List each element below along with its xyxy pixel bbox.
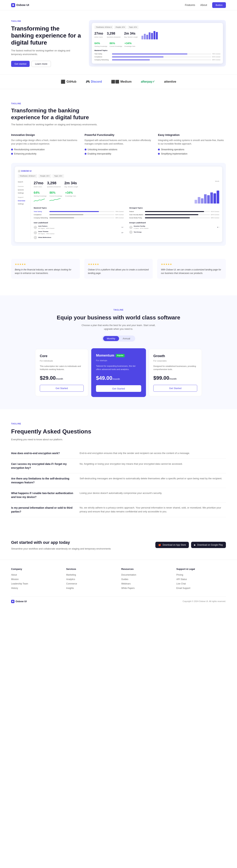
sidebar-overview[interactable]: Overview — [18, 199, 29, 203]
footer-mission[interactable]: Mission — [11, 578, 61, 581]
logo-icon — [11, 3, 15, 7]
faq-item-1[interactable]: How does end-to-end encryption work? End… — [11, 448, 226, 459]
features-tagline: TAGLINE — [11, 102, 226, 105]
feature-2-desc: Equipped with advanced features and tool… — [85, 138, 153, 146]
footer-bottom: Oxbow UI Copyright © 2024 Oxbow UI. All … — [11, 596, 226, 603]
bd-stat-2: 3,298 Questions Answered — [47, 180, 60, 188]
bd-knowledge-1: 64% Starting Knowledge — [34, 191, 47, 202]
features-title: Transforming the banking experience for … — [11, 107, 104, 121]
footer-api-status[interactable]: API Status — [177, 578, 226, 581]
footer-insights[interactable]: Insights — [66, 587, 116, 590]
cta-section: Get started with our app today Streamlin… — [0, 530, 237, 560]
stat-users: 27mo Active Users — [95, 31, 103, 38]
faq-a-5: No, we strictly adhere to a privacy-cent… — [80, 506, 226, 514]
big-dash-logo: ⬜ OXBOW UI — [18, 169, 219, 173]
pricing-momentum-title: Momentum — [96, 353, 114, 358]
testimonial-1-text: Being in the financial industry, we were… — [15, 268, 76, 275]
bd-stat-1: 27mo Active Users — [34, 180, 43, 188]
pricing-core-cta[interactable]: Get Started — [40, 385, 84, 392]
pricing-core-price: $29.00/month — [40, 374, 84, 382]
pricing-growth-cta[interactable]: Get Started — [153, 385, 197, 392]
testimonial-3-text: With Oxbow UI, we can create a customize… — [161, 268, 222, 275]
bd-monthly-label: Month — [215, 180, 219, 182]
sidebar-search[interactable]: Search — [18, 180, 29, 184]
footer-about[interactable]: About — [11, 573, 61, 577]
filter-timeframe[interactable]: Timeframe: All-time ▾ — [95, 26, 113, 29]
pricing-growth-for: For corporates — [153, 359, 197, 363]
cta-title: Get started with our app today — [11, 539, 115, 546]
filter-people[interactable]: People: All ▾ — [114, 26, 127, 29]
footer-marketing[interactable]: Marketing — [66, 573, 116, 577]
hero-subtitle: The fastest method for working together … — [11, 49, 81, 57]
hero-chart — [141, 31, 220, 39]
nav-cta-button[interactable]: Button — [212, 2, 226, 8]
pricing-core-for: For individuals — [40, 359, 84, 363]
app-store-button[interactable]: 🍎 Download on App Store — [155, 542, 189, 548]
footer-pricing[interactable]: Pricing — [177, 573, 226, 577]
pricing-momentum-cta[interactable]: Get Started — [96, 385, 141, 392]
knowledge-gain: +34% Knowledge Gain — [125, 41, 135, 48]
hero-left: TAGLINE Transforming the banking experie… — [11, 20, 81, 67]
pricing-toggle: Monthly Annual — [102, 336, 135, 342]
pricing-momentum: Momentum Popular For startups Tailored f… — [91, 348, 146, 397]
big-filter-2[interactable]: People: All ▾ — [38, 174, 51, 178]
navbar: Oxbow UI Features About Button — [0, 0, 237, 10]
footer-col-support: Support & Legal Pricing API Status Live … — [177, 567, 226, 591]
features-grid: Innovative Design Our cutting-edge desig… — [11, 133, 226, 155]
pricing-tagline: TAGLINE — [11, 308, 226, 311]
google-play-text: Download on Google Play — [197, 544, 223, 546]
pricing-growth-desc: Designed for established businesses, pro… — [153, 365, 197, 371]
feature-1-item-2: Enhancing productivity — [11, 152, 79, 155]
faq-item-3[interactable]: Are there any limitations to the self-de… — [11, 473, 226, 488]
footer-leadership[interactable]: Leadership Team — [11, 582, 61, 585]
hero-tagline: TAGLINE — [11, 20, 81, 23]
footer-email[interactable]: Email Support — [177, 587, 226, 590]
faq-a-2: No, forgetting or losing your encryption… — [80, 462, 226, 470]
feature-1-desc: Our cutting-edge design offers a fresh, … — [11, 138, 79, 146]
feature-3-item-1: Streamlining operations — [158, 148, 226, 151]
footer-livechat[interactable]: Live Chat — [177, 582, 226, 585]
footer-whitepapers[interactable]: White Papers — [121, 587, 171, 590]
pricing-momentum-for: For startups — [96, 359, 141, 362]
footer-col-services: Services Marketing Analytics Commerce In… — [66, 567, 116, 591]
pricing-title: Equip your business with world class sof… — [11, 313, 226, 321]
google-play-button[interactable]: ▶ Download on Google Play — [191, 542, 226, 548]
hero-section: TAGLINE Transforming the banking experie… — [0, 10, 237, 74]
hero-right: Timeframe: All-time ▾ People: All ▾ Topi… — [89, 20, 226, 66]
footer-guides[interactable]: Guides — [121, 578, 171, 581]
big-filter-1[interactable]: Timeframe: All-time ▾ — [18, 174, 37, 178]
nav-logo[interactable]: Oxbow UI — [11, 3, 29, 7]
filter-topic[interactable]: Topic: All ▾ — [128, 26, 138, 29]
toggle-monthly[interactable]: Monthly — [103, 336, 119, 341]
stars-1: ★★★★★ — [15, 262, 76, 266]
features-subtitle: The fastest method for working together … — [11, 123, 226, 126]
bd-bar-chart — [194, 191, 219, 204]
big-filter-3[interactable]: Topic: All ▾ — [52, 174, 64, 178]
big-dash-inner: ⬜ OXBOW UI Timeframe: All-time ▾ People:… — [15, 166, 222, 242]
pricing-momentum-header: Momentum Popular — [96, 353, 141, 358]
footer-logo: Oxbow UI — [11, 600, 27, 603]
bullet-icon-6 — [158, 153, 160, 155]
footer: Company About Mission Leadership Team Hi… — [0, 560, 237, 607]
hero-get-started[interactable]: Get started — [11, 61, 30, 67]
hero-learn-more[interactable]: Learn more — [31, 61, 51, 67]
faq-item-2[interactable]: Can I access my encrypted data if I forg… — [11, 459, 226, 473]
footer-analytics[interactable]: Analytics — [66, 578, 116, 581]
sidebar-settings[interactable]: Settings — [18, 191, 29, 195]
footer-commerce[interactable]: Commerce — [66, 582, 116, 585]
sidebar-quizzes[interactable]: Quizzes — [18, 188, 29, 192]
bullet-icon-3 — [85, 149, 86, 151]
pricing-subtitle: Choose a plan that works the best for yo… — [80, 323, 157, 331]
sidebar-settings-2[interactable]: Settings — [18, 203, 29, 206]
footer-history[interactable]: History — [11, 587, 61, 590]
toggle-annual[interactable]: Annual — [119, 336, 134, 341]
testimonial-3: ★★★★★ With Oxbow UI, we can create a cus… — [157, 259, 226, 279]
big-dash-content: 27mo Active Users 3,298 Questions Answer… — [34, 180, 219, 239]
footer-webinars[interactable]: Webinars — [121, 582, 171, 585]
nav-about[interactable]: About — [200, 3, 207, 7]
nav-features[interactable]: Features — [185, 3, 195, 7]
faq-item-4[interactable]: What happens if I enable two-factor auth… — [11, 488, 226, 503]
footer-docs[interactable]: Documentation — [121, 573, 171, 577]
footer-grid: Company About Mission Leadership Team Hi… — [11, 567, 226, 591]
faq-item-5[interactable]: Is my personal information shared or sol… — [11, 503, 226, 517]
